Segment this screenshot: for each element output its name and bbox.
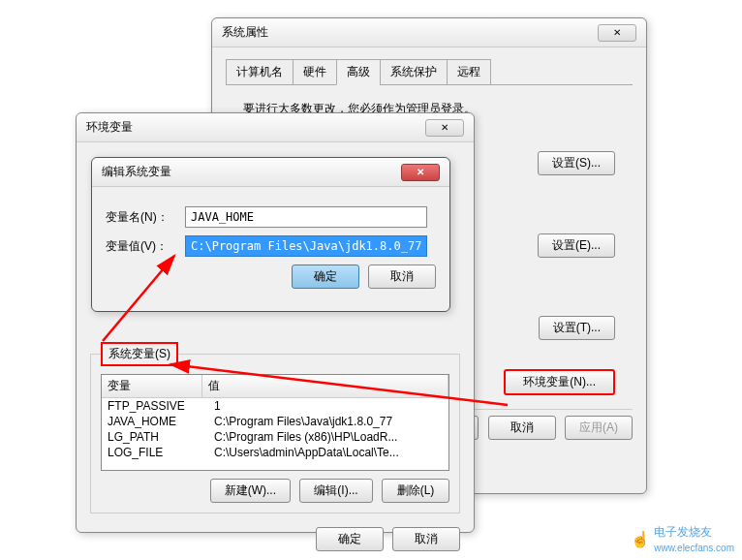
tab-computer-name[interactable]: 计算机名: [226, 59, 294, 85]
list-row[interactable]: LOG_FILEC:\Users\admin\AppData\Local\Te.…: [102, 445, 448, 460]
settings-t-button[interactable]: 设置(T)...: [539, 316, 615, 340]
ok-button[interactable]: 确定: [292, 264, 359, 289]
settings-e-button[interactable]: 设置(E)...: [538, 233, 615, 258]
system-variables-list[interactable]: 变量 值 FTP_PASSIVE1 JAVA_HOMEC:\Program Fi…: [101, 374, 449, 471]
dialog-title: 编辑系统变量: [102, 164, 171, 180]
list-row[interactable]: JAVA_HOMEC:\Program Files\Java\jdk1.8.0_…: [102, 414, 448, 429]
system-variables-group: 系统变量(S) 变量 值 FTP_PASSIVE1 JAVA_HOMEC:\Pr…: [90, 342, 460, 513]
close-button[interactable]: ✕: [598, 24, 636, 42]
watermark: ☝ 电子发烧友 www.elecfans.com: [631, 524, 734, 554]
var-value-input[interactable]: [185, 235, 427, 257]
titlebar: 环境变量 ✕: [77, 113, 474, 142]
delete-button[interactable]: 删除(L): [382, 479, 449, 503]
col-var[interactable]: 变量: [102, 375, 202, 397]
var-name-input[interactable]: [185, 206, 427, 228]
tab-remote[interactable]: 远程: [447, 59, 491, 85]
watermark-url: www.elecfans.com: [654, 543, 734, 553]
list-row[interactable]: LG_PATHC:\Program Files (x86)\HP\LoadR..…: [102, 429, 448, 445]
cancel-button[interactable]: 取消: [488, 416, 556, 440]
apply-button[interactable]: 应用(A): [565, 416, 633, 440]
dialog-title: 系统属性: [222, 24, 268, 41]
var-value-label: 变量值(V)：: [106, 238, 185, 255]
ok-button[interactable]: 确定: [316, 527, 384, 551]
dialog-title: 环境变量: [86, 119, 133, 136]
watermark-name: 电子发烧友: [654, 525, 712, 539]
lightbulb-icon: ☝: [631, 530, 650, 548]
close-button[interactable]: ✕: [425, 119, 464, 137]
edit-button[interactable]: 编辑(I)...: [299, 479, 372, 503]
close-button[interactable]: ✕: [401, 164, 440, 181]
tabs: 计算机名 硬件 高级 系统保护 远程: [226, 59, 633, 85]
new-button[interactable]: 新建(W)...: [210, 479, 291, 503]
list-header: 变量 值: [102, 375, 448, 398]
tab-advanced[interactable]: 高级: [336, 59, 381, 85]
cancel-button[interactable]: 取消: [392, 527, 460, 551]
edit-variable-dialog: 编辑系统变量 ✕ 变量名(N)： 变量值(V)： 确定 取消: [91, 157, 450, 312]
titlebar: 系统属性 ✕: [212, 18, 646, 47]
env-var-button[interactable]: 环境变量(N)...: [504, 369, 615, 395]
tab-system-protection[interactable]: 系统保护: [380, 59, 448, 85]
col-val[interactable]: 值: [202, 375, 448, 397]
var-name-label: 变量名(N)：: [106, 209, 185, 226]
titlebar: 编辑系统变量 ✕: [92, 158, 449, 187]
tab-hardware[interactable]: 硬件: [293, 59, 337, 85]
cancel-button[interactable]: 取消: [368, 264, 436, 289]
settings-s-button[interactable]: 设置(S)...: [538, 151, 615, 175]
list-row[interactable]: FTP_PASSIVE1: [102, 398, 448, 414]
system-variables-label: 系统变量(S): [101, 342, 178, 366]
